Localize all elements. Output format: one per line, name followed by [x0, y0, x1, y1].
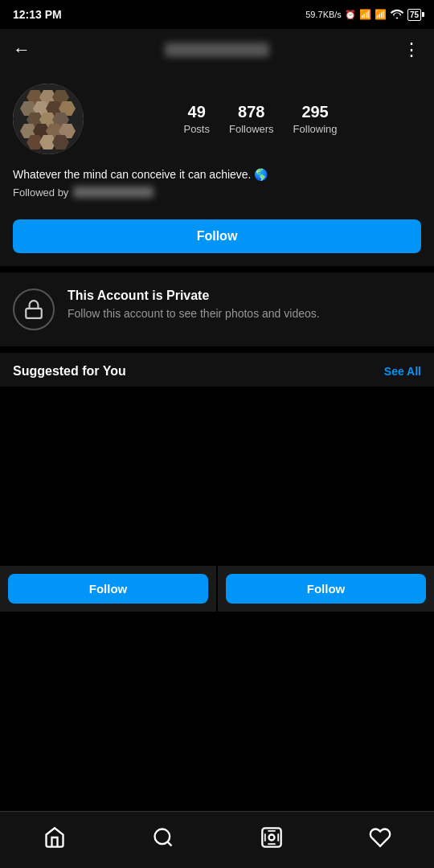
card-follow-button-1[interactable]: Follow: [8, 574, 208, 604]
profile-stats: 49 Posts 878 Followers 295 Following: [100, 103, 421, 135]
follow-button[interactable]: Follow: [13, 219, 421, 253]
more-options-button[interactable]: ⋮: [403, 39, 421, 60]
alarm-icon: ⏰: [345, 10, 356, 20]
battery-icon: 75: [407, 9, 421, 21]
followed-by-row: Followed by: [13, 186, 421, 199]
private-account-section: This Account is Private Follow this acco…: [0, 272, 434, 346]
svg-rect-19: [26, 309, 42, 318]
network-speed: 59.7KB/s: [305, 10, 342, 19]
svg-point-23: [268, 835, 274, 841]
followers-label: Followers: [229, 123, 274, 135]
wifi-icon: [390, 8, 404, 22]
suggested-card-2: Follow: [218, 387, 434, 612]
following-count: 295: [301, 103, 328, 121]
card-follow-button-2[interactable]: Follow: [226, 574, 426, 604]
followed-by-label: Followed by: [13, 186, 68, 199]
nav-reels[interactable]: [244, 823, 299, 852]
see-all-button[interactable]: See All: [384, 365, 421, 378]
reels-icon: [260, 826, 283, 849]
heart-icon: [369, 826, 391, 849]
private-text-block: This Account is Private Follow this acco…: [68, 289, 320, 322]
status-bar: 12:13 PM 59.7KB/s ⏰ 📶 📶 75: [0, 0, 434, 29]
suggested-card-1: Follow: [0, 387, 216, 612]
suggested-cards-container: Follow Follow: [0, 387, 434, 612]
followers-count: 878: [238, 103, 264, 121]
profile-section: 49 Posts 878 Followers 295 Following Wha…: [0, 71, 434, 213]
section-divider-2: [0, 346, 434, 353]
posts-count: 49: [188, 103, 206, 121]
search-icon: [152, 826, 174, 849]
nav-likes[interactable]: [353, 823, 407, 852]
followers-stat[interactable]: 878 Followers: [229, 103, 274, 135]
lock-icon-circle: [13, 289, 55, 330]
card-image-1: [0, 387, 216, 566]
private-title: This Account is Private: [68, 289, 320, 303]
following-stat[interactable]: 295 Following: [293, 103, 338, 135]
home-icon: [43, 826, 66, 849]
private-description: Follow this account to see their photos …: [68, 306, 320, 322]
lock-icon: [23, 299, 44, 320]
follow-button-container: Follow: [0, 213, 434, 266]
followed-by-name: [73, 186, 154, 198]
card-image-2: [218, 387, 434, 566]
nav-search[interactable]: [136, 823, 190, 852]
nav-home[interactable]: [27, 823, 82, 852]
bottom-nav: [0, 811, 434, 868]
back-button[interactable]: ←: [13, 39, 31, 60]
section-divider: [0, 266, 434, 272]
svg-line-21: [167, 841, 171, 845]
profile-bio: Whatever the mind can conceive it can ac…: [13, 167, 421, 199]
svg-rect-18: [13, 84, 84, 154]
status-time: 12:13 PM: [13, 8, 62, 21]
posts-stat[interactable]: 49 Posts: [183, 103, 210, 135]
following-label: Following: [293, 123, 338, 135]
avatar: [13, 84, 84, 154]
suggested-header: Suggested for You See All: [0, 353, 434, 387]
signal-icon-2: 📶: [375, 9, 387, 20]
profile-top: 49 Posts 878 Followers 295 Following: [13, 84, 421, 154]
suggested-title: Suggested for You: [13, 364, 126, 379]
username-display: [165, 43, 269, 57]
svg-point-20: [154, 829, 170, 845]
header-nav: ← ⋮: [0, 29, 434, 71]
posts-label: Posts: [183, 123, 210, 135]
status-icons: 59.7KB/s ⏰ 📶 📶 75: [305, 8, 421, 22]
avatar-image: [13, 84, 84, 154]
signal-icon-1: 📶: [359, 9, 371, 20]
bio-text: Whatever the mind can conceive it can ac…: [13, 167, 421, 183]
